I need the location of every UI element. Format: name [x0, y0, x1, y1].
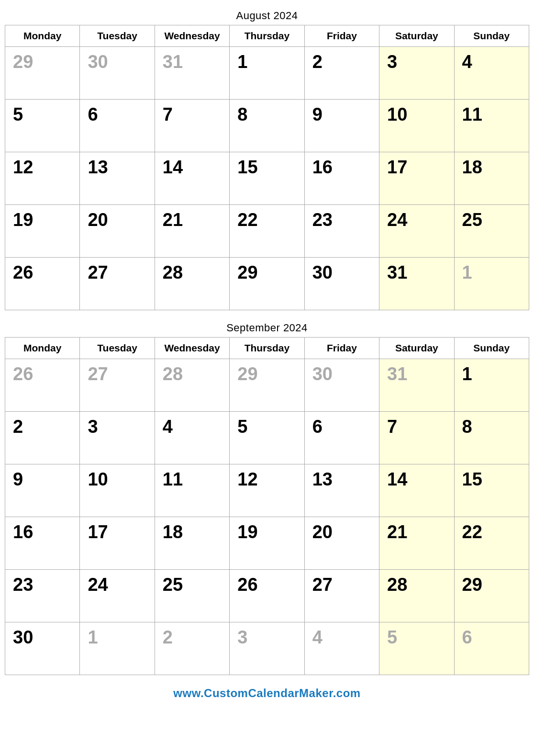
- august-title: August 2024: [5, 10, 529, 22]
- calendar-day: 31: [379, 258, 454, 310]
- calendar-day: 7: [155, 100, 229, 152]
- calendar-day: 13: [80, 152, 155, 205]
- september-title: September 2024: [5, 322, 529, 334]
- august-calendar: August 2024 Monday Tuesday Wednesday Thu…: [5, 10, 529, 310]
- calendar-day: 1: [80, 622, 155, 675]
- table-row: 23242526272829: [5, 570, 529, 622]
- table-row: 16171819202122: [5, 517, 529, 570]
- calendar-day: 26: [230, 570, 304, 622]
- col-saturday-sep: Saturday: [379, 338, 454, 359]
- calendar-day: 28: [379, 570, 454, 622]
- august-header-row: Monday Tuesday Wednesday Thursday Friday…: [5, 25, 529, 47]
- table-row: 2345678: [5, 412, 529, 464]
- calendar-day: 3: [80, 412, 155, 464]
- calendar-day: 27: [80, 258, 155, 310]
- calendar-day: 7: [379, 412, 454, 464]
- calendar-day: 2: [5, 412, 80, 464]
- calendar-day: 1: [230, 47, 304, 100]
- col-saturday-aug: Saturday: [379, 25, 454, 47]
- calendar-day: 15: [230, 152, 304, 205]
- august-table: Monday Tuesday Wednesday Thursday Friday…: [5, 25, 529, 310]
- calendar-day: 11: [155, 464, 229, 517]
- calendar-day: 17: [80, 517, 155, 570]
- calendar-day: 15: [454, 464, 529, 517]
- calendar-day: 30: [80, 47, 155, 100]
- calendar-day: 4: [454, 47, 529, 100]
- calendar-day: 17: [379, 152, 454, 205]
- col-monday-sep: Monday: [5, 338, 80, 359]
- table-row: 30123456: [5, 622, 529, 675]
- calendar-day: 3: [230, 622, 304, 675]
- calendar-day: 14: [379, 464, 454, 517]
- calendar-day: 23: [304, 205, 379, 258]
- calendar-day: 10: [379, 100, 454, 152]
- col-tuesday-sep: Tuesday: [80, 338, 155, 359]
- calendar-day: 10: [80, 464, 155, 517]
- calendar-day: 6: [304, 412, 379, 464]
- calendar-day: 23: [5, 570, 80, 622]
- calendar-day: 5: [379, 622, 454, 675]
- col-thursday-sep: Thursday: [230, 338, 304, 359]
- table-row: 19202122232425: [5, 205, 529, 258]
- calendar-day: 24: [80, 570, 155, 622]
- col-sunday-aug: Sunday: [454, 25, 529, 47]
- table-row: 2627282930311: [5, 258, 529, 310]
- calendar-day: 6: [80, 100, 155, 152]
- col-tuesday-aug: Tuesday: [80, 25, 155, 47]
- col-wednesday-aug: Wednesday: [155, 25, 229, 47]
- calendar-day: 16: [304, 152, 379, 205]
- col-sunday-sep: Sunday: [454, 338, 529, 359]
- col-friday-sep: Friday: [304, 338, 379, 359]
- calendar-day: 29: [230, 359, 304, 412]
- calendar-day: 27: [304, 570, 379, 622]
- calendar-day: 12: [230, 464, 304, 517]
- calendar-day: 30: [304, 258, 379, 310]
- calendar-day: 11: [454, 100, 529, 152]
- september-table: Monday Tuesday Wednesday Thursday Friday…: [5, 337, 529, 675]
- calendar-day: 20: [304, 517, 379, 570]
- calendar-day: 2: [304, 47, 379, 100]
- calendar-day: 1: [454, 258, 529, 310]
- table-row: 2930311234: [5, 47, 529, 100]
- calendar-day: 12: [5, 152, 80, 205]
- table-row: 2627282930311: [5, 359, 529, 412]
- calendar-day: 25: [454, 205, 529, 258]
- col-wednesday-sep: Wednesday: [155, 338, 229, 359]
- calendar-day: 19: [230, 517, 304, 570]
- calendar-day: 22: [454, 517, 529, 570]
- calendar-day: 9: [5, 464, 80, 517]
- calendar-day: 2: [155, 622, 229, 675]
- calendar-day: 8: [230, 100, 304, 152]
- september-header-row: Monday Tuesday Wednesday Thursday Friday…: [5, 338, 529, 359]
- footer-link[interactable]: www.CustomCalendarMaker.com: [5, 687, 529, 700]
- calendar-day: 26: [5, 359, 80, 412]
- calendar-day: 28: [155, 359, 229, 412]
- calendar-day: 30: [5, 622, 80, 675]
- calendar-day: 14: [155, 152, 229, 205]
- col-friday-aug: Friday: [304, 25, 379, 47]
- calendar-day: 25: [155, 570, 229, 622]
- calendar-day: 19: [5, 205, 80, 258]
- calendar-day: 21: [379, 517, 454, 570]
- calendar-day: 16: [5, 517, 80, 570]
- calendar-day: 4: [155, 412, 229, 464]
- calendar-day: 20: [80, 205, 155, 258]
- calendar-day: 28: [155, 258, 229, 310]
- calendar-day: 27: [80, 359, 155, 412]
- calendar-day: 30: [304, 359, 379, 412]
- calendar-day: 29: [454, 570, 529, 622]
- calendar-day: 9: [304, 100, 379, 152]
- calendar-day: 8: [454, 412, 529, 464]
- col-thursday-aug: Thursday: [230, 25, 304, 47]
- calendar-day: 13: [304, 464, 379, 517]
- calendar-day: 18: [155, 517, 229, 570]
- table-row: 567891011: [5, 100, 529, 152]
- calendar-day: 6: [454, 622, 529, 675]
- table-row: 12131415161718: [5, 152, 529, 205]
- col-monday-aug: Monday: [5, 25, 80, 47]
- calendar-day: 21: [155, 205, 229, 258]
- calendar-day: 1: [454, 359, 529, 412]
- calendar-day: 3: [379, 47, 454, 100]
- calendar-day: 5: [5, 100, 80, 152]
- calendar-day: 31: [379, 359, 454, 412]
